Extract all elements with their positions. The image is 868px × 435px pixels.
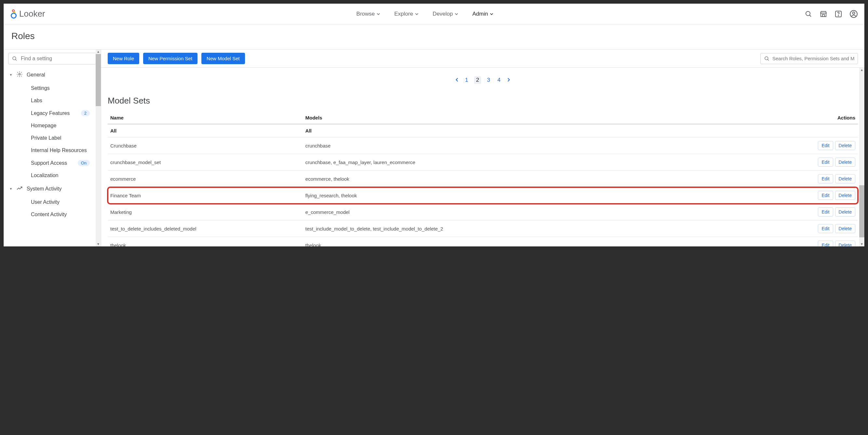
cell-name: ecommerce bbox=[108, 171, 303, 187]
scroll-thumb[interactable] bbox=[96, 54, 101, 106]
brand-logo[interactable]: Looker bbox=[10, 9, 45, 19]
sidebar-search-input[interactable] bbox=[21, 56, 93, 61]
sidebar-item-label: Private Label bbox=[31, 135, 61, 141]
sidebar-item-private-label[interactable]: Private Label bbox=[4, 132, 96, 144]
table-row: ecommerceecommerce, thelookEditDelete bbox=[108, 171, 858, 187]
edit-button[interactable]: Edit bbox=[818, 141, 833, 150]
table-row: crunchbase_model_setcrunchbase, e_faa_ma… bbox=[108, 154, 858, 171]
new-permission-set-button[interactable]: New Permission Set bbox=[143, 53, 197, 64]
sidebar-item-support-access[interactable]: Support AccessOn bbox=[4, 156, 96, 169]
delete-button[interactable]: Delete bbox=[835, 207, 855, 216]
edit-button[interactable]: Edit bbox=[818, 191, 833, 200]
help-icon[interactable] bbox=[835, 10, 842, 18]
sidebar-item-legacy-features[interactable]: Legacy Features2 bbox=[4, 107, 96, 119]
cell-name: Marketing bbox=[108, 204, 303, 221]
page-3[interactable]: 3 bbox=[486, 77, 492, 83]
sidebar-item-label: Internal Help Resources bbox=[31, 147, 87, 153]
svg-line-5 bbox=[809, 15, 811, 17]
nav-center: BrowseExploreDevelopAdmin bbox=[45, 11, 805, 17]
delete-button[interactable]: Delete bbox=[835, 157, 855, 167]
svg-point-2 bbox=[11, 13, 16, 18]
cell-models: test_include_model_to_delete, test_inclu… bbox=[303, 221, 806, 237]
sidebar-item-label: User Activity bbox=[31, 199, 60, 205]
page-prev-icon[interactable] bbox=[455, 77, 459, 83]
sidebar-group-label: General bbox=[27, 72, 45, 78]
edit-button[interactable]: Edit bbox=[818, 157, 833, 167]
model-sets-table: Name Models Actions AllAllCrunchbasecrun… bbox=[108, 112, 858, 246]
delete-button[interactable]: Delete bbox=[835, 191, 855, 200]
page-4[interactable]: 4 bbox=[496, 77, 502, 83]
delete-button[interactable]: Delete bbox=[835, 174, 855, 183]
col-name: Name bbox=[108, 112, 303, 124]
edit-button[interactable]: Edit bbox=[818, 241, 833, 246]
cell-actions: EditDelete bbox=[806, 221, 858, 237]
nav-label: Develop bbox=[433, 11, 453, 17]
nav-right bbox=[805, 10, 858, 18]
cell-actions: EditDelete bbox=[806, 137, 858, 154]
chevron-down-icon bbox=[415, 11, 418, 17]
edit-button[interactable]: Edit bbox=[818, 174, 833, 183]
edit-button[interactable]: Edit bbox=[818, 224, 833, 233]
toolbar-search-input[interactable] bbox=[772, 56, 854, 61]
activity-icon bbox=[16, 185, 23, 193]
scroll-down-icon[interactable]: ▼ bbox=[97, 242, 100, 246]
new-role-button[interactable]: New Role bbox=[108, 53, 139, 64]
nav-admin[interactable]: Admin bbox=[472, 11, 493, 17]
svg-point-10 bbox=[13, 57, 16, 60]
svg-point-4 bbox=[806, 11, 810, 16]
account-icon[interactable] bbox=[849, 10, 858, 18]
cell-models: e_commerce_model bbox=[303, 204, 806, 221]
sidebar-group-system-activity[interactable]: ▼System Activity bbox=[4, 182, 96, 196]
table-row: Marketinge_commerce_modelEditDelete bbox=[108, 204, 858, 221]
sidebar-item-internal-help-resources[interactable]: Internal Help Resources bbox=[4, 144, 96, 156]
sidebar-item-settings[interactable]: Settings bbox=[4, 82, 96, 94]
cell-name: thelook bbox=[108, 237, 303, 247]
sidebar-item-user-activity[interactable]: User Activity bbox=[4, 196, 96, 208]
nav-browse[interactable]: Browse bbox=[356, 11, 380, 17]
delete-button[interactable]: Delete bbox=[835, 141, 855, 150]
scroll-up-icon[interactable]: ▲ bbox=[860, 68, 863, 72]
svg-line-14 bbox=[768, 59, 769, 61]
scroll-down-icon[interactable]: ▼ bbox=[860, 242, 863, 246]
sidebar-search-wrap bbox=[4, 50, 101, 68]
marketplace-icon[interactable] bbox=[819, 10, 827, 18]
sidebar-group-general[interactable]: ▼General bbox=[4, 68, 96, 82]
chevron-down-icon: ▼ bbox=[9, 73, 12, 77]
search-icon[interactable] bbox=[805, 10, 812, 18]
scrollbar[interactable]: ▲ ▼ bbox=[859, 68, 864, 246]
delete-button[interactable]: Delete bbox=[835, 224, 855, 233]
sidebar-item-content-activity[interactable]: Content Activity bbox=[4, 208, 96, 221]
cell-actions bbox=[806, 124, 858, 137]
edit-button[interactable]: Edit bbox=[818, 207, 833, 216]
sidebar-item-homepage[interactable]: Homepage bbox=[4, 119, 96, 132]
cell-actions: EditDelete bbox=[806, 154, 858, 171]
sidebar-search[interactable] bbox=[8, 53, 96, 64]
brand-text: Looker bbox=[19, 9, 45, 19]
scroll-up-icon[interactable]: ▲ bbox=[97, 50, 100, 54]
sidebar-item-localization[interactable]: Localization bbox=[4, 169, 96, 182]
nav-explore[interactable]: Explore bbox=[394, 11, 418, 17]
col-models: Models bbox=[303, 112, 806, 124]
nav-label: Browse bbox=[356, 11, 375, 17]
page-1[interactable]: 1 bbox=[464, 77, 469, 83]
page-title: Roles bbox=[4, 24, 864, 49]
sidebar-item-labs[interactable]: Labs bbox=[4, 94, 96, 107]
topbar: Looker BrowseExploreDevelopAdmin bbox=[4, 4, 864, 24]
cell-name: test_to_delete_includes_deleted_model bbox=[108, 221, 303, 237]
toolbar-search[interactable] bbox=[760, 53, 858, 64]
chevron-down-icon bbox=[377, 11, 380, 17]
nav-develop[interactable]: Develop bbox=[433, 11, 458, 17]
main: New Role New Permission Set New Model Se… bbox=[101, 50, 864, 246]
new-model-set-button[interactable]: New Model Set bbox=[202, 53, 245, 64]
cell-actions: EditDelete bbox=[806, 171, 858, 187]
page-2[interactable]: 2 bbox=[474, 76, 481, 84]
looker-icon bbox=[10, 9, 17, 19]
scrollbar[interactable]: ▲ ▼ bbox=[96, 50, 101, 246]
cell-models: crunchbase bbox=[303, 137, 806, 154]
cell-name: crunchbase_model_set bbox=[108, 154, 303, 171]
scroll-thumb[interactable] bbox=[859, 185, 864, 237]
page-next-icon[interactable] bbox=[506, 77, 510, 83]
delete-button[interactable]: Delete bbox=[835, 241, 855, 246]
nav-label: Admin bbox=[472, 11, 488, 17]
table-row: Finance Teamflying_research, thelookEdit… bbox=[108, 187, 858, 204]
